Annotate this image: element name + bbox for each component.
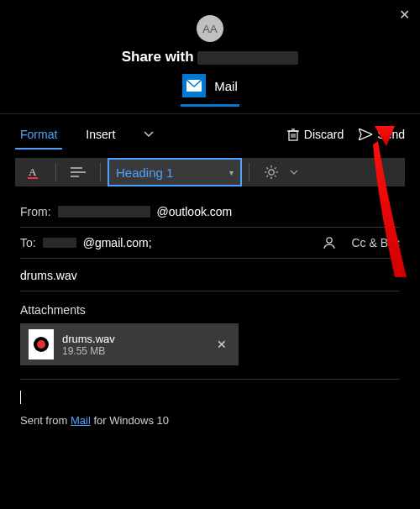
- svg-line-18: [266, 167, 268, 169]
- attachment-name: drums.wav: [62, 333, 205, 345]
- paragraph-icon: [71, 166, 86, 178]
- styles-button[interactable]: [256, 158, 307, 186]
- heading-dropdown[interactable]: Heading 1 ▾: [108, 158, 242, 186]
- discard-label: Discard: [304, 128, 344, 141]
- share-header: AA Share with Mail: [0, 0, 420, 107]
- compose-tabs: Format Insert Discard Send: [0, 114, 420, 146]
- signature: Sent from Mail for Windows 10: [0, 404, 420, 437]
- from-label: From:: [20, 205, 51, 218]
- send-icon: [359, 129, 372, 140]
- svg-marker-7: [359, 129, 372, 140]
- subject-field[interactable]: drums.wav: [20, 259, 400, 291]
- share-prefix: Share with: [122, 49, 198, 65]
- audio-file-icon: [29, 329, 54, 359]
- attachment-item[interactable]: drums.wav 19.55 MB ✕: [20, 323, 239, 365]
- separator: [249, 163, 249, 181]
- chevron-down-icon: [290, 170, 298, 175]
- send-label: Send: [377, 128, 405, 141]
- mail-icon: [182, 74, 206, 97]
- app-underline: [181, 104, 239, 107]
- sun-icon: [265, 165, 278, 179]
- tab-format[interactable]: Format: [15, 123, 62, 146]
- send-button[interactable]: Send: [359, 128, 405, 141]
- cc-bcc-button[interactable]: Cc & Bcc: [351, 236, 400, 249]
- heading-label: Heading 1: [116, 165, 173, 180]
- separator: [55, 163, 56, 181]
- trash-icon: [287, 128, 299, 141]
- from-domain: @outlook.com: [157, 205, 233, 218]
- tab-insert[interactable]: Insert: [81, 123, 120, 146]
- svg-line-19: [275, 176, 276, 177]
- font-color-button[interactable]: A: [18, 158, 49, 186]
- sig-pre: Sent from: [20, 414, 71, 427]
- contact-icon[interactable]: [323, 236, 336, 249]
- sig-mail-link[interactable]: Mail: [71, 414, 91, 427]
- to-domain: @gmail.com;: [83, 236, 152, 249]
- from-row[interactable]: From: @outlook.com: [20, 197, 400, 228]
- share-contact-redacted: [197, 51, 298, 65]
- svg-text:A: A: [29, 165, 37, 178]
- tabs-more-button[interactable]: [139, 123, 159, 145]
- paragraph-button[interactable]: [63, 158, 93, 186]
- share-title: Share with: [0, 49, 420, 66]
- svg-rect-9: [28, 177, 38, 179]
- separator: [100, 163, 101, 181]
- attachment-size: 19.55 MB: [62, 345, 205, 357]
- close-button[interactable]: ✕: [399, 7, 410, 23]
- format-toolbar: A Heading 1 ▾: [15, 158, 405, 186]
- to-redacted: [43, 238, 76, 248]
- avatar: AA: [197, 15, 223, 42]
- svg-point-13: [269, 170, 274, 175]
- discard-button[interactable]: Discard: [287, 128, 344, 141]
- attachments-label: Attachments: [20, 291, 400, 323]
- font-color-icon: A: [26, 165, 41, 180]
- remove-attachment-button[interactable]: ✕: [213, 334, 230, 354]
- chevron-down-icon: ▾: [229, 168, 234, 177]
- svg-line-20: [266, 176, 268, 177]
- share-app-mail[interactable]: Mail: [0, 74, 420, 102]
- message-body[interactable]: [20, 379, 400, 404]
- from-redacted: [58, 206, 150, 218]
- svg-point-22: [327, 238, 332, 243]
- share-app-label: Mail: [214, 79, 238, 93]
- sig-post: for Windows 10: [91, 414, 169, 427]
- to-label: To:: [20, 236, 36, 249]
- svg-line-21: [275, 167, 276, 169]
- text-cursor: [20, 391, 21, 404]
- to-row[interactable]: To: @gmail.com; Cc & Bcc: [20, 228, 400, 259]
